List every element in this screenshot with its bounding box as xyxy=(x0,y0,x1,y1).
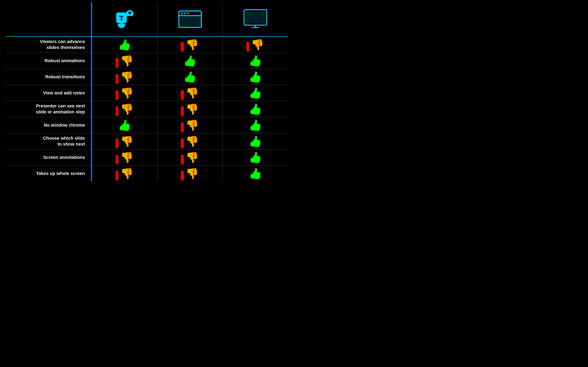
header-col3-desktop xyxy=(223,2,288,36)
cell-5-1: ▌👎 xyxy=(157,117,223,133)
cell-1-2: 👍 xyxy=(223,53,288,69)
cell-6-1: ▌👎 xyxy=(157,133,223,149)
cell-7-0: ▌👎 xyxy=(92,150,157,165)
cell-3-2: 👍 xyxy=(223,85,288,101)
row-label: Robust animations xyxy=(6,53,92,69)
row-label: No window chrome xyxy=(6,117,92,133)
svg-point-6 xyxy=(181,13,183,14)
header-row: T xyxy=(6,2,288,37)
cell-8-2: 👍 xyxy=(223,166,288,182)
row-label: Robust transitions xyxy=(6,69,92,85)
cell-6-0: ▌👎 xyxy=(92,133,157,149)
svg-point-7 xyxy=(184,13,186,14)
cell-3-0: ▌👎 xyxy=(92,85,157,101)
comparison-table: T xyxy=(6,2,288,182)
header-col1-teams: T xyxy=(92,2,157,36)
data-rows: Viewers can advance slides themselves👍▌👎… xyxy=(6,37,288,182)
cell-4-2: 👍 xyxy=(223,101,288,117)
svg-point-8 xyxy=(187,13,189,14)
table-row: Screen annotations▌👎▌👎👍 xyxy=(6,150,288,166)
cell-2-1: 👍 xyxy=(157,69,223,85)
cell-2-2: 👍 xyxy=(223,69,288,85)
row-label: Takes up whole screen xyxy=(6,166,92,182)
table-row: Choose which slide to show next▌👎▌👎👍 xyxy=(6,133,288,150)
table-row: Robust animations▌👎👍👍 xyxy=(6,53,288,69)
table-row: Robust transitions▌👎👍👍 xyxy=(6,69,288,85)
cell-1-1: 👍 xyxy=(157,53,223,69)
svg-rect-9 xyxy=(180,17,200,26)
cell-0-0: 👍 xyxy=(92,37,157,53)
row-label: Presenter can see next slide or animatio… xyxy=(6,101,92,117)
svg-rect-11 xyxy=(246,11,265,24)
cell-7-2: 👍 xyxy=(223,150,288,165)
cell-5-2: 👍 xyxy=(223,117,288,133)
row-label: Screen annotations xyxy=(6,150,92,165)
cell-4-1: ▌👎 xyxy=(157,101,223,117)
cell-4-0: ▌👎 xyxy=(92,101,157,117)
svg-point-3 xyxy=(129,11,131,14)
svg-text:T: T xyxy=(119,14,123,22)
table-row: Viewers can advance slides themselves👍▌👎… xyxy=(6,37,288,53)
cell-5-0: 👍 xyxy=(92,117,157,133)
cell-1-0: ▌👎 xyxy=(92,53,157,69)
header-col2-browser xyxy=(157,2,223,36)
cell-8-0: ▌👎 xyxy=(92,166,157,182)
cell-3-1: ▌👎 xyxy=(157,85,223,101)
table-row: No window chrome👍▌👎👍 xyxy=(6,117,288,133)
cell-0-1: ▌👎 xyxy=(157,37,223,53)
row-label: Choose which slide to show next xyxy=(6,133,92,149)
cell-7-1: ▌👎 xyxy=(157,150,223,165)
cell-8-1: ▌👎 xyxy=(157,166,223,182)
cell-2-0: ▌👎 xyxy=(92,69,157,85)
table-row: Presenter can see next slide or animatio… xyxy=(6,101,288,117)
row-label: View and add notes xyxy=(6,85,92,101)
cell-0-2: ▌👎 xyxy=(223,37,288,53)
table-row: View and add notes▌👎▌👎👍 xyxy=(6,85,288,101)
cell-6-2: 👍 xyxy=(223,133,288,149)
header-empty xyxy=(6,2,92,36)
row-label: Viewers can advance slides themselves xyxy=(6,37,92,53)
table-row: Takes up whole screen▌👎▌👎👍 xyxy=(6,166,288,182)
